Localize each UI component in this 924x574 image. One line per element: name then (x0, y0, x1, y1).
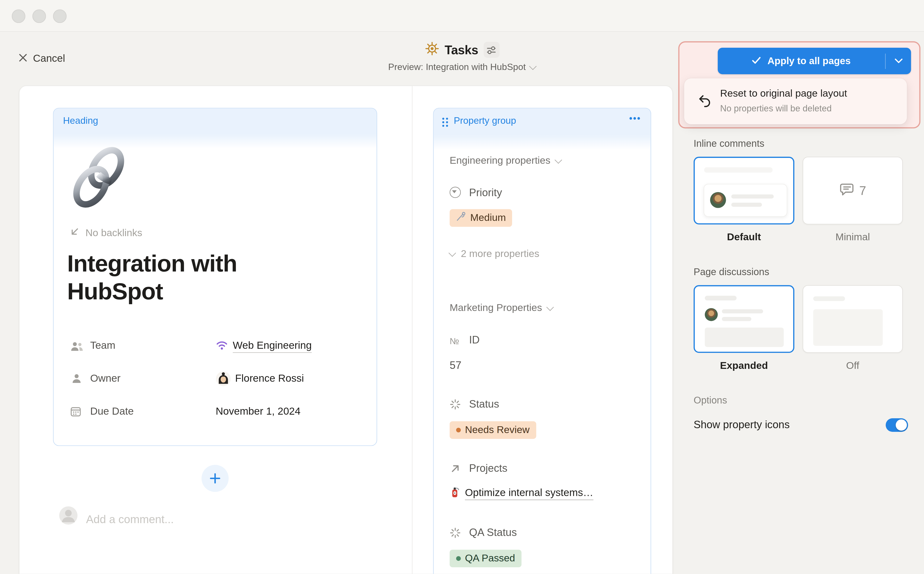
backlink-arrow-icon (70, 227, 79, 239)
options-title: Options (694, 395, 727, 406)
cancel-label: Cancel (33, 52, 65, 65)
window-control-dot[interactable] (53, 9, 66, 23)
reset-menu-item[interactable]: Reset to original page layout No propert… (684, 79, 907, 125)
needle-icon (456, 211, 466, 224)
chain-link-emoji (66, 144, 132, 213)
add-block-button[interactable] (202, 465, 229, 492)
no-backlinks-label: No backlinks (85, 227, 142, 239)
project-link[interactable]: Optimize internal systems… (465, 486, 593, 500)
avatar (216, 371, 231, 389)
due-date-value[interactable]: November 1, 2024 (216, 405, 300, 418)
document-header: Tasks Preview: Integration with HubSpot (388, 41, 536, 73)
group-marketing-properties[interactable]: Marketing Properties (449, 302, 553, 314)
check-icon (752, 55, 761, 66)
discussions-off-option[interactable] (803, 285, 903, 353)
qa-status-dot (456, 556, 461, 561)
avatar (710, 192, 726, 208)
status-label: Status (469, 398, 499, 410)
group-label: Engineering properties (449, 155, 550, 167)
qa-status-value: QA Passed (465, 553, 515, 565)
highlight-callout: Apply to all pages Reset to original pag… (678, 41, 921, 128)
projects-label: Projects (469, 462, 507, 475)
preview-selector[interactable]: Preview: Integration with HubSpot (388, 62, 536, 73)
inline-comments-minimal-option[interactable]: 7 (803, 157, 903, 224)
status-dot (456, 428, 461, 432)
off-option-label: Off (803, 360, 903, 372)
page-title-preview[interactable]: Integration with HubSpot (67, 250, 326, 305)
heading-section-card[interactable]: Heading No back (53, 108, 377, 446)
status-value: Needs Review (465, 424, 530, 436)
group-engineering-properties[interactable]: Engineering properties (449, 155, 561, 167)
expanded-option-label: Expanded (694, 360, 795, 372)
minimal-option-label: Minimal (803, 232, 903, 243)
reset-subtitle: No properties will be deleted (720, 103, 831, 113)
priority-value: Medium (470, 212, 506, 224)
priority-label: Priority (469, 187, 502, 199)
id-value[interactable]: 57 (449, 360, 462, 372)
chevron-down-icon (529, 62, 537, 70)
person-icon (71, 374, 82, 386)
numero-icon: № (449, 336, 459, 345)
group-label: Marketing Properties (449, 302, 542, 314)
calendar-icon (70, 406, 81, 419)
more-properties-toggle[interactable]: 2 more properties (449, 248, 539, 260)
chevron-down-icon (546, 303, 554, 311)
priority-select-icon (449, 187, 461, 198)
comment-count: 7 (859, 184, 866, 198)
inline-comments-default-option[interactable] (694, 157, 795, 224)
id-label: ID (469, 334, 480, 346)
drag-handle-icon[interactable] (442, 117, 449, 130)
toggle-knob (896, 419, 907, 430)
team-label: Team (90, 339, 115, 352)
comment-bubble-icon (839, 181, 855, 200)
status-spinner-icon (449, 527, 461, 541)
property-group-label: Property group (454, 115, 516, 126)
panel-divider (412, 86, 412, 574)
page-title: Tasks (445, 43, 478, 57)
customize-layout-button[interactable] (484, 42, 500, 58)
reset-title: Reset to original page layout (720, 88, 847, 99)
page-discussions-title: Page discussions (694, 266, 769, 277)
window-control-dot[interactable] (12, 9, 25, 23)
status-spinner-icon (449, 399, 461, 412)
apply-to-all-pages-button[interactable]: Apply to all pages (718, 48, 911, 74)
qa-status-label: QA Status (469, 527, 517, 539)
cancel-button[interactable]: Cancel (18, 52, 65, 65)
due-date-label: Due Date (90, 405, 134, 418)
status-value-badge[interactable]: Needs Review (449, 421, 536, 439)
default-option-label: Default (694, 232, 795, 243)
window-control-dot[interactable] (33, 9, 46, 23)
property-group-card[interactable]: Property group ••• Engineering propertie… (433, 108, 651, 574)
layout-preview-panel: Heading No back (19, 86, 672, 574)
show-property-icons-toggle[interactable] (886, 418, 908, 432)
avatar (705, 308, 718, 321)
undo-icon (698, 94, 713, 111)
team-badge-icon (216, 340, 228, 353)
heading-card-label: Heading (63, 115, 98, 126)
heading-card-header (54, 109, 377, 134)
add-comment-input[interactable]: Add a comment... (86, 513, 174, 526)
window-titlebar (0, 0, 924, 32)
show-property-icons-label: Show property icons (694, 419, 790, 431)
qa-status-badge[interactable]: QA Passed (449, 550, 522, 567)
relation-arrow-icon (450, 464, 460, 476)
apply-button-label: Apply to all pages (768, 55, 851, 66)
close-icon (18, 53, 28, 65)
team-icon (70, 342, 84, 354)
plus-icon (209, 473, 221, 484)
inline-comments-title: Inline comments (694, 138, 764, 149)
owner-value[interactable]: Florence Rossi (235, 372, 304, 385)
more-properties-label: 2 more properties (461, 248, 539, 260)
ship-wheel-icon (425, 41, 440, 58)
chevron-down-icon (448, 249, 456, 257)
team-value-link[interactable]: Web Engineering (233, 339, 312, 353)
owner-label: Owner (90, 372, 120, 385)
chevron-down-icon (555, 156, 562, 164)
discussions-expanded-option[interactable] (694, 285, 795, 353)
apply-dropdown-button[interactable] (886, 58, 911, 64)
priority-value-badge[interactable]: Medium (449, 209, 512, 227)
more-menu-icon[interactable]: ••• (629, 113, 641, 123)
preview-label: Preview: Integration with HubSpot (388, 62, 526, 73)
commenter-avatar (59, 506, 78, 527)
chevron-down-icon (894, 58, 902, 64)
